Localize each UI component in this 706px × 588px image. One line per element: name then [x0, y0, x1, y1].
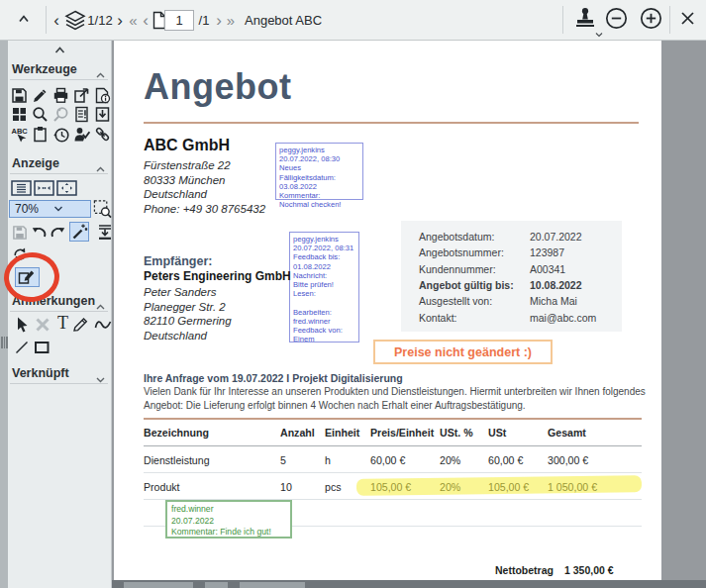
yellow-highlight-annotation[interactable] — [356, 475, 642, 496]
search-again-icon[interactable] — [51, 105, 70, 124]
sender-name: ABC GmbH — [144, 137, 230, 154]
stamp-button[interactable] — [570, 0, 600, 41]
heading-rule — [144, 122, 639, 124]
line-annotation-icon[interactable] — [12, 338, 31, 356]
fit-window-icon[interactable] — [33, 179, 54, 196]
divider — [10, 173, 108, 174]
sticky-note-approval[interactable]: fred.winner 20.07.2022 Kommentar: Finde … — [165, 500, 292, 539]
document-page: Angebot ABC GmbH Fürstenstraße 22 80333 … — [114, 41, 661, 580]
recipient-name: Peters Engineering GmbH — [144, 269, 291, 283]
divider — [10, 383, 108, 384]
chevron-down-icon[interactable] — [95, 370, 106, 388]
magic-wand-icon[interactable] — [69, 222, 89, 242]
collapse-sidebar-button[interactable] — [50, 43, 69, 61]
zoom-out-button[interactable] — [604, 0, 628, 41]
pencil-annotation-icon[interactable] — [71, 315, 90, 334]
meta-row: Kundennummer:A00341 — [419, 263, 614, 279]
section-header-anzeige[interactable]: Anzeige — [12, 156, 59, 170]
taskbar-button[interactable] — [205, 582, 228, 588]
pen-icon[interactable] — [31, 86, 50, 105]
net-total-value: 1 350,00 € — [564, 564, 614, 576]
print-icon[interactable] — [51, 86, 70, 105]
chevron-up-icon[interactable] — [95, 66, 106, 84]
intro-paragraph: Vielen Dank für Ihr Interesse an unseren… — [144, 385, 651, 412]
zoom-in-button[interactable] — [639, 0, 662, 41]
bottom-strip — [112, 580, 706, 588]
minus-circle-icon — [605, 7, 628, 34]
section-header-werkzeuge[interactable]: Werkzeuge — [12, 62, 77, 76]
request-heading: Ihre Anfrage vom 19.07.2022 I Projekt Di… — [144, 372, 403, 384]
taskbar-button[interactable] — [124, 582, 193, 588]
zoom-level-select[interactable]: 70% — [9, 200, 91, 218]
chevron-down-icon — [53, 202, 87, 216]
meta-row: Kontakt:mai@abc.com — [419, 312, 614, 328]
freehand-annotation-icon[interactable] — [93, 315, 112, 334]
scroll-to-bottom-icon[interactable] — [95, 223, 114, 242]
close-icon — [679, 10, 696, 31]
meta-row: Ausgestellt von:Micha Mai — [419, 295, 614, 311]
divider — [10, 311, 108, 312]
fit-width-icon[interactable] — [10, 179, 32, 196]
close-button[interactable] — [675, 0, 699, 41]
toolbar-separator — [669, 6, 670, 34]
panel-resize-grip[interactable] — [0, 337, 8, 348]
toolbar-separator — [562, 6, 563, 34]
panel-edge-strip — [0, 41, 8, 588]
recipient-address: Peter Sanders Planegger Str. 2 82110 Ger… — [144, 285, 232, 343]
redo-icon[interactable] — [49, 223, 67, 242]
table-header-row: Bezeichnung Anzahl Einheit Preis/Einheit… — [144, 427, 644, 441]
select-annotation-icon[interactable] — [12, 315, 31, 334]
save-view-icon[interactable] — [10, 223, 29, 242]
quote-meta-box: Angebotsdatum:20.07.2022 Angebotsnummer:… — [401, 221, 622, 332]
search-icon[interactable] — [31, 105, 50, 124]
text-annotation-icon[interactable]: T — [53, 314, 72, 333]
divider — [144, 472, 642, 473]
top-toolbar: ‹ 1/12 › « ‹ /1 › » Angebot ABC — [0, 0, 706, 41]
page-number-input[interactable] — [164, 10, 194, 31]
file-info-icon[interactable] — [93, 86, 112, 105]
layers-icon[interactable] — [63, 0, 87, 41]
link-icon[interactable] — [93, 125, 112, 144]
chevron-up-icon — [16, 11, 32, 31]
fit-page-icon[interactable] — [55, 179, 77, 196]
meta-row: Angebot gültig bis:10.08.2022 — [419, 279, 614, 295]
chevron-up-icon — [52, 44, 67, 61]
document-title: Angebot ABC — [245, 0, 363, 41]
layer-counter: 1/12 — [87, 0, 113, 41]
chevron-up-icon[interactable] — [95, 160, 106, 178]
sidebar: Werkzeuge ABC Anzeige 70% — [8, 41, 112, 588]
svg-text:ABC: ABC — [11, 126, 28, 135]
chevron-down-icon — [595, 24, 603, 42]
save-icon[interactable] — [10, 86, 29, 105]
rectangle-annotation-icon[interactable] — [33, 338, 51, 356]
sticky-note-due-date[interactable]: peggy.jenkins 20.07.2022, 08:30 Neues Fä… — [275, 143, 363, 200]
divider — [144, 445, 642, 446]
plus-circle-icon — [640, 7, 662, 34]
undo-icon[interactable] — [30, 223, 49, 242]
sticky-note-feedback[interactable]: peggy.jenkins 20.07.2022, 08:31 Feedback… — [289, 232, 359, 343]
layer-prev-button[interactable]: ‹ — [50, 0, 63, 41]
chevron-up-icon[interactable] — [95, 298, 106, 316]
select-text-icon[interactable]: ABC — [10, 125, 29, 144]
approve-signature-icon[interactable] — [72, 125, 91, 144]
net-total-label: Nettobetrag — [495, 564, 554, 576]
layer-next-button[interactable]: › — [113, 0, 127, 41]
history-icon[interactable] — [51, 125, 70, 144]
taskbar-button[interactable] — [240, 582, 305, 588]
clipboard-icon[interactable] — [31, 125, 50, 144]
delete-annotation-icon[interactable] — [33, 315, 51, 334]
collapse-toolbar-button[interactable] — [6, 0, 42, 41]
free-text-annotation-prices[interactable]: Preise nicht geändert :) — [373, 340, 553, 364]
meta-row: Angebotsdatum:20.07.2022 — [419, 231, 614, 246]
last-page-button[interactable]: » — [224, 0, 238, 41]
report-icon[interactable] — [72, 105, 91, 124]
marquee-zoom-icon[interactable] — [93, 199, 112, 218]
import-icon[interactable] — [93, 105, 112, 124]
export-icon[interactable] — [72, 86, 91, 105]
section-header-verknuepft[interactable]: Verknüpft — [12, 366, 69, 380]
grid-view-icon[interactable] — [10, 105, 29, 124]
meta-row: Angebotsnummer:123987 — [419, 246, 614, 262]
page-total: /1 — [195, 0, 213, 41]
first-page-button[interactable]: « — [127, 0, 140, 41]
doc-heading: Angebot — [144, 66, 291, 108]
